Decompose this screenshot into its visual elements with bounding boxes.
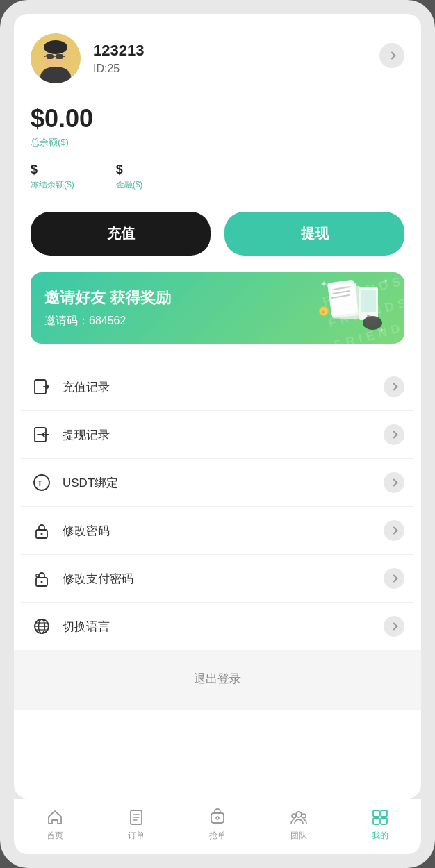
svg-point-54 <box>302 814 306 818</box>
svg-rect-58 <box>381 818 387 824</box>
nav-item-home[interactable]: 首页 <box>14 808 95 842</box>
chevron-right-icon <box>390 478 397 486</box>
finance-balance-label: 金融($) <box>116 179 143 191</box>
svg-text:T: T <box>38 479 42 487</box>
svg-rect-56 <box>381 810 387 817</box>
menu-arrow-change-pay-password <box>384 568 404 589</box>
logout-section: 退出登录 <box>14 650 421 710</box>
nav-item-orders[interactable]: 订单 <box>95 808 177 842</box>
menu-arrow-change-language <box>384 616 404 637</box>
pay-lock-icon <box>31 567 53 590</box>
menu-item-usdt-bind[interactable]: T USDT绑定 <box>21 459 414 507</box>
svg-rect-13 <box>361 290 376 312</box>
svg-rect-50 <box>211 813 224 823</box>
svg-point-40 <box>41 581 43 583</box>
sub-balances: $ 冻结余额($) $ 金融($) <box>31 162 404 191</box>
menu-label-change-language: 切换语言 <box>63 619 384 635</box>
menu-arrow-usdt-bind <box>384 472 404 493</box>
profile-info: 123213 ID:25 <box>93 42 144 75</box>
nav-item-grab[interactable]: 抢单 <box>177 808 258 842</box>
chevron-right-icon <box>390 622 397 630</box>
recharge-button[interactable]: 充值 <box>31 212 211 256</box>
menu-arrow-change-password <box>384 520 404 541</box>
profile-name: 123213 <box>93 42 144 60</box>
nav-item-team[interactable]: 团队 <box>258 808 340 842</box>
bottom-nav: 首页 订单 抢单 <box>14 799 421 854</box>
svg-rect-57 <box>373 818 379 824</box>
finance-balance-item: $ 金融($) <box>116 162 143 191</box>
menu-item-change-pay-password[interactable]: 修改支付密码 <box>21 555 414 603</box>
chevron-right-icon <box>388 51 395 59</box>
frozen-balance-amount: $ <box>31 162 74 177</box>
svg-rect-4 <box>44 45 67 49</box>
svg-rect-55 <box>373 810 379 817</box>
svg-point-22 <box>364 317 378 326</box>
svg-text:✦: ✦ <box>383 277 388 285</box>
chevron-right-icon <box>390 526 397 534</box>
nav-label-mine: 我的 <box>372 830 388 842</box>
svg-text:✦: ✦ <box>320 279 327 289</box>
menu-label-change-password: 修改密码 <box>63 523 384 539</box>
svg-text:✦: ✦ <box>379 327 384 333</box>
nav-label-team: 团队 <box>290 830 307 842</box>
frozen-balance-label: 冻结余额($) <box>31 179 74 191</box>
menu-arrow-withdraw-records <box>384 424 404 445</box>
logout-button[interactable]: 退出登录 <box>31 661 404 696</box>
total-balance-label: 总余额($) <box>31 136 404 149</box>
nav-item-mine[interactable]: 我的 <box>340 808 421 842</box>
menu-label-change-pay-password: 修改支付密码 <box>63 571 384 587</box>
menu-item-change-password[interactable]: 修改密码 <box>21 507 414 555</box>
menu-list: 充值记录 提现记录 <box>14 363 421 650</box>
invite-illustration: ✦ ✦ ✦ $ <box>317 273 393 338</box>
chevron-right-icon <box>390 574 397 582</box>
invite-code-value: 684562 <box>89 315 126 326</box>
svg-point-52 <box>296 812 302 817</box>
invite-banner[interactable]: FRIENDSFRIENDSFRIENDS 邀请好友 获得奖励 邀请码：6845… <box>31 272 404 344</box>
logout-icon <box>31 424 53 446</box>
chevron-right-icon <box>390 383 397 390</box>
nav-label-home: 首页 <box>47 830 63 842</box>
withdraw-button[interactable]: 提现 <box>224 212 404 256</box>
lock-icon <box>31 519 53 542</box>
globe-icon <box>31 615 53 637</box>
team-icon <box>289 808 309 827</box>
menu-label-usdt-bind: USDT绑定 <box>63 475 384 491</box>
action-buttons: 充值 提现 <box>14 205 421 272</box>
finance-balance-amount: $ <box>116 162 143 177</box>
menu-item-recharge-records[interactable]: 充值记录 <box>21 363 414 411</box>
svg-line-11 <box>46 58 47 61</box>
chevron-right-icon <box>390 431 397 438</box>
menu-item-change-language[interactable]: 切换语言 <box>21 603 414 650</box>
svg-point-53 <box>292 814 296 818</box>
svg-text:$: $ <box>322 309 325 314</box>
usdt-icon: T <box>31 471 53 494</box>
frozen-balance-item: $ 冻结余额($) <box>31 162 74 191</box>
mine-icon <box>370 808 390 827</box>
avatar <box>31 33 81 83</box>
grab-icon <box>208 808 227 827</box>
menu-item-withdraw-records[interactable]: 提现记录 <box>21 411 414 459</box>
profile-id: ID:25 <box>93 62 144 75</box>
svg-rect-6 <box>56 54 63 59</box>
menu-label-withdraw-records: 提现记录 <box>63 427 384 443</box>
orders-icon <box>126 808 146 827</box>
invite-code-label: 邀请码： <box>44 315 89 326</box>
profile-arrow-button[interactable] <box>379 43 404 68</box>
menu-label-recharge-records: 充值记录 <box>63 379 384 395</box>
balance-section: $0.00 总余额($) $ 冻结余额($) $ 金融($) <box>14 97 421 205</box>
nav-label-grab: 抢单 <box>209 830 226 842</box>
svg-point-51 <box>216 817 219 819</box>
profile-section: 123213 ID:25 <box>14 14 421 97</box>
total-balance: $0.00 <box>31 104 404 133</box>
home-icon <box>45 808 65 827</box>
nav-label-orders: 订单 <box>128 830 145 842</box>
login-icon <box>31 376 53 398</box>
svg-point-37 <box>41 533 43 535</box>
menu-arrow-recharge-records <box>384 376 404 397</box>
